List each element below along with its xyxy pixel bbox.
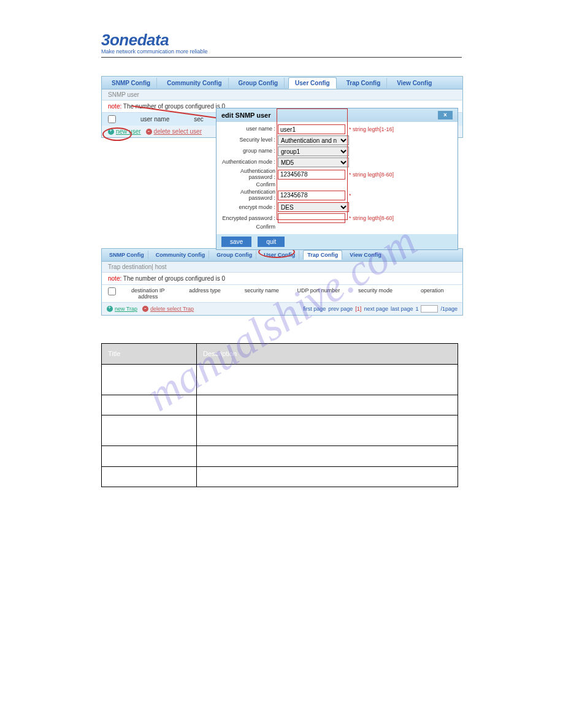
select-group-name[interactable]: group1: [278, 146, 349, 156]
logo-brand: 3onedata: [101, 31, 462, 50]
delete-user-link[interactable]: delete select user: [146, 128, 202, 135]
lbl-group-name: group name :: [221, 148, 278, 154]
tab-snmp-config[interactable]: SNMP Config: [105, 78, 157, 88]
table-row: UDP port Default port number is 162, ple…: [102, 446, 458, 467]
hint-encrypt-password: string legth[8-60]: [349, 215, 394, 221]
col-sec-name: security name: [236, 287, 287, 300]
table-row: Security mode Please select the version:…: [102, 466, 458, 487]
col-dest-ip: destination IP address: [123, 287, 174, 300]
delete-icon-2: [142, 306, 148, 312]
doc-r1-desc: Support ipv4 and ipv6: [197, 395, 458, 415]
pager-prev[interactable]: prev page: [328, 306, 353, 312]
note-text-2: The number of groups configured is 0: [123, 275, 225, 282]
table-row: Security name If use SNMP v1/v2c, please…: [102, 415, 458, 446]
hint-asterisk: *: [349, 192, 351, 199]
col-sec: sec: [194, 116, 204, 123]
tab2-group[interactable]: Group Config: [213, 251, 256, 259]
tab-bar-1: SNMP Config Community Config Group Confi…: [101, 76, 463, 89]
tab-community-config[interactable]: Community Config: [161, 78, 228, 88]
delete-trap-link[interactable]: delete select Trap: [142, 305, 194, 313]
pager-last[interactable]: last page: [391, 306, 413, 312]
doc-r0-desc: The address to receive Trap information.…: [197, 364, 458, 395]
quit-button[interactable]: quit: [258, 237, 285, 247]
table-row: Destination IP address The address to re…: [102, 364, 458, 395]
col-user-name: user name: [140, 116, 169, 123]
lbl-security-level: Security level :: [221, 137, 278, 143]
pager: first page prev page [1] next page last …: [303, 305, 458, 313]
lbl-auth-password-2: Authentication password :: [221, 189, 278, 202]
lbl-auth-mode: Authentication mode :: [221, 159, 278, 165]
input-auth-password-2[interactable]: [278, 191, 345, 200]
select-auth-mode[interactable]: MD5: [278, 157, 349, 167]
grid-footer: new Trap delete select Trap first page p…: [101, 303, 463, 316]
modal-titlebar: edit SNMP user ×: [216, 108, 458, 122]
hint-auth-password: string legth[8-60]: [349, 172, 394, 178]
modal-close-button[interactable]: ×: [438, 111, 453, 119]
input-encrypt-password[interactable]: [278, 213, 345, 223]
pager-total: /1page: [440, 306, 458, 312]
note-label-2: note:: [108, 275, 121, 282]
doc-th-title: Title: [102, 344, 197, 365]
table-row: Address type Support ipv4 and ipv6: [102, 395, 458, 415]
col-sec-mode: security mode: [350, 287, 401, 300]
doc-r4-label: Security mode: [102, 466, 197, 487]
tab2-user[interactable]: User Config: [260, 251, 299, 259]
col-operation: operation: [407, 287, 458, 300]
doc-r3-label: UDP port: [102, 446, 197, 467]
doc-r1-label: Address type: [102, 395, 197, 415]
lbl-confirm-1: Confirm: [221, 182, 278, 188]
lbl-encrypt-password: Encrypted password :: [221, 216, 278, 222]
tab-user-config[interactable]: User Config: [288, 77, 337, 89]
panel-snmp-user: SNMP Config Community Config Group Confi…: [101, 76, 463, 138]
panel-subtitle: SNMP user: [101, 89, 463, 100]
lbl-username: user name :: [221, 126, 278, 132]
pager-current: [1]: [355, 306, 361, 312]
doc-r3-desc: Default port number is 162, please confi…: [197, 446, 458, 467]
tab2-snmp[interactable]: SNMP Config: [105, 251, 148, 259]
doc-r2-label: Security name: [102, 415, 197, 446]
new-user-link[interactable]: new user: [108, 128, 141, 135]
input-username[interactable]: [278, 124, 345, 134]
add-icon-2: [107, 306, 113, 312]
save-button[interactable]: save: [221, 237, 251, 247]
tab2-community[interactable]: Community Config: [152, 251, 210, 259]
pager-next[interactable]: next page: [364, 306, 388, 312]
logo-slogan: Make network communication more reliable: [101, 48, 462, 55]
modal-footer: save quit: [216, 234, 458, 249]
select-encrypt-mode[interactable]: DES: [278, 202, 349, 212]
doc-r0-label: Destination IP address: [102, 364, 197, 395]
tab2-trap[interactable]: Trap Config: [303, 250, 342, 260]
doc-r4-desc: Please select the version: v1/v2c/v3: [197, 466, 458, 487]
grid-select-all[interactable]: [108, 287, 116, 295]
input-auth-password[interactable]: [278, 170, 345, 180]
modal-body: user name : string legth[1-16] Security …: [216, 122, 458, 234]
note-text: The number of groups configured is 0: [123, 103, 225, 110]
doc-r2-desc: If use SNMP v1/v2c, please type in group…: [197, 415, 458, 446]
select-security-level[interactable]: Authentication and n: [278, 135, 349, 145]
pager-page: 1: [415, 306, 418, 312]
col-addr-type: address type: [180, 287, 231, 300]
tab-group-config[interactable]: Group Config: [232, 78, 285, 88]
tab2-view[interactable]: View Config: [346, 251, 385, 259]
lbl-encrypt-mode: encrypt mode :: [221, 205, 278, 211]
col-udp-port: UDP port number: [293, 287, 344, 300]
panel2-subtitle: Trap destination| host: [101, 262, 463, 273]
delete-icon: [146, 129, 152, 135]
hint-username: string legth[1-16]: [349, 126, 394, 132]
tab-trap-config[interactable]: Trap Config: [340, 78, 388, 88]
panel-trap-config: SNMP Config Community Config Group Confi…: [101, 248, 463, 316]
pager-first[interactable]: first page: [303, 306, 326, 312]
grid-header: destination IP address address type secu…: [101, 285, 463, 303]
logo-header: 3onedata Make network communication more…: [101, 31, 462, 58]
new-trap-link[interactable]: new Trap: [107, 305, 137, 313]
modal-title: edit SNMP user: [221, 112, 271, 119]
lbl-confirm-2: Confirm: [221, 224, 278, 230]
note-row-2: note: The number of groups configured is…: [101, 273, 463, 285]
doc-table: Title Description Destination IP address…: [101, 343, 458, 487]
select-all-checkbox[interactable]: [108, 115, 116, 123]
tab-view-config[interactable]: View Config: [391, 78, 438, 88]
lbl-auth-password: Authentication password :: [221, 169, 278, 181]
note-label: note:: [108, 103, 121, 110]
doc-th-desc: Description: [197, 344, 458, 365]
pager-input[interactable]: [421, 305, 438, 313]
